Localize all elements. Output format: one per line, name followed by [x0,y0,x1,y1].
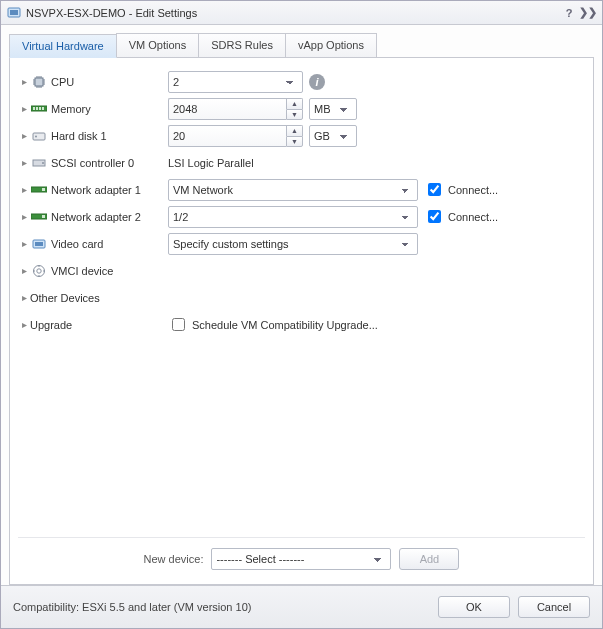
expand-toggle[interactable]: ▸ [18,211,30,222]
row-vmci-device: ▸ VMCI device [18,257,585,284]
svg-rect-5 [36,107,38,110]
svg-rect-17 [35,242,43,246]
expand-toggle[interactable]: ▸ [18,292,30,303]
row-video-card: ▸ Video card Specify custom settings [18,230,585,257]
row-memory: ▸ Memory ▲ ▼ [18,95,585,122]
svg-rect-15 [42,215,45,218]
hard-disk-icon [30,128,48,144]
connect-label: Connect... [448,211,498,223]
svg-rect-1 [10,10,18,15]
svg-point-19 [37,268,41,272]
upgrade-label: Upgrade [30,319,72,331]
network-adapter-1-select[interactable]: VM Network [168,179,418,201]
disk-step-down[interactable]: ▼ [286,136,303,147]
dialog-footer: Compatibility: ESXi 5.5 and later (VM ve… [1,585,602,628]
tab-sdrs-rules[interactable]: SDRS Rules [198,33,286,57]
edit-settings-dialog: NSVPX-ESX-DEMO - Edit Settings ? ❯❯ Virt… [0,0,603,629]
expand-toggle[interactable]: ▸ [18,184,30,195]
vmci-device-icon [30,263,48,279]
ok-button[interactable]: OK [438,596,510,618]
expand-toggle[interactable]: ▸ [18,238,30,249]
titlebar: NSVPX-ESX-DEMO - Edit Settings ? ❯❯ [1,1,602,25]
svg-rect-4 [33,107,35,110]
collapse-button[interactable]: ❯❯ [580,5,596,21]
tab-vapp-options[interactable]: vApp Options [285,33,377,57]
svg-rect-7 [42,107,44,110]
cancel-button[interactable]: Cancel [518,596,590,618]
new-device-select[interactable]: ------- Select ------- [211,548,391,570]
new-device-label: New device: [144,553,204,565]
connect-label: Connect... [448,184,498,196]
network-adapter-1-connect-checkbox[interactable] [428,183,441,196]
add-button[interactable]: Add [399,548,459,570]
svg-rect-13 [42,188,45,191]
disk-step-up[interactable]: ▲ [286,125,303,136]
svg-rect-8 [33,133,45,140]
memory-input[interactable] [168,98,286,120]
row-cpu: ▸ CPU 2 i [18,68,585,95]
compatibility-text: Compatibility: ESXi 5.5 and later (VM ve… [13,601,430,613]
svg-point-18 [34,265,45,276]
network-adapter-icon [30,209,48,225]
expand-toggle[interactable]: ▸ [18,103,30,114]
network-adapter-2-select[interactable]: 1/2 [168,206,418,228]
info-icon[interactable]: i [309,74,325,90]
memory-step-up[interactable]: ▲ [286,98,303,109]
row-network-adapter-2: ▸ Network adapter 2 1/2 Connect. [18,203,585,230]
svg-point-11 [42,162,44,164]
schedule-upgrade-checkbox[interactable] [172,318,185,331]
dialog-body: Virtual Hardware VM Options SDRS Rules v… [1,25,602,585]
row-other-devices: ▸ Other Devices [18,284,585,311]
hard-disk-1-unit-select[interactable]: GB [309,125,357,147]
vmci-device-label: VMCI device [51,265,113,277]
expand-toggle[interactable]: ▸ [18,157,30,168]
scsi-controller-icon [30,155,48,171]
svg-point-9 [35,135,37,137]
schedule-upgrade-text: Schedule VM Compatibility Upgrade... [192,319,378,331]
other-devices-label: Other Devices [30,292,100,304]
memory-icon [30,101,48,117]
schedule-upgrade-checkbox-label[interactable]: Schedule VM Compatibility Upgrade... [168,315,378,334]
scsi-0-value: LSI Logic Parallel [168,157,254,169]
svg-rect-2 [35,78,43,86]
row-network-adapter-1: ▸ Network adapter 1 VM Network C [18,176,585,203]
vm-icon [7,6,21,20]
expand-toggle[interactable]: ▸ [18,76,30,87]
network-adapter-icon [30,182,48,198]
new-device-bar: New device: ------- Select ------- Add [18,537,585,578]
cpu-select[interactable]: 2 [168,71,303,93]
tab-vm-options[interactable]: VM Options [116,33,199,57]
network-adapter-2-label: Network adapter 2 [51,211,141,223]
svg-rect-6 [39,107,41,110]
row-hard-disk-1: ▸ Hard disk 1 ▲ ▼ [18,122,585,149]
network-adapter-2-connect-checkbox[interactable] [428,210,441,223]
memory-label: Memory [51,103,91,115]
tab-virtual-hardware[interactable]: Virtual Hardware [9,34,117,58]
network-adapter-2-connect[interactable]: Connect... [424,207,498,226]
cpu-label: CPU [51,76,74,88]
network-adapter-1-connect[interactable]: Connect... [424,180,498,199]
row-upgrade: ▸ Upgrade Schedule VM Compatibility Upgr… [18,311,585,338]
expand-toggle[interactable]: ▸ [18,130,30,141]
cpu-icon [30,74,48,90]
memory-unit-select[interactable]: MB [309,98,357,120]
video-card-icon [30,236,48,252]
window-title: NSVPX-ESX-DEMO - Edit Settings [26,7,558,19]
scsi-0-label: SCSI controller 0 [51,157,134,169]
tabstrip: Virtual Hardware VM Options SDRS Rules v… [9,33,594,58]
hard-disk-1-input[interactable] [168,125,286,147]
row-scsi-0: ▸ SCSI controller 0 LSI Logic Parallel [18,149,585,176]
memory-step-down[interactable]: ▼ [286,109,303,120]
video-card-label: Video card [51,238,103,250]
virtual-hardware-panel: ▸ CPU 2 i ▸ [9,58,594,585]
expand-toggle[interactable]: ▸ [18,319,30,330]
network-adapter-1-label: Network adapter 1 [51,184,141,196]
video-card-select[interactable]: Specify custom settings [168,233,418,255]
hard-disk-1-label: Hard disk 1 [51,130,107,142]
device-rows: ▸ CPU 2 i ▸ [18,68,585,531]
help-button[interactable]: ? [561,5,577,21]
expand-toggle[interactable]: ▸ [18,265,30,276]
